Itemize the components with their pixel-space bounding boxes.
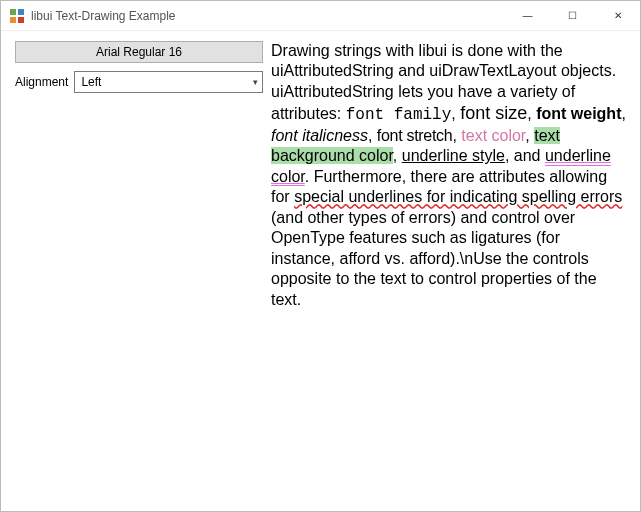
- text-run: ,: [368, 127, 377, 144]
- alignment-value: Left: [81, 75, 101, 89]
- text-area: Drawing strings with libui is done with …: [271, 41, 630, 501]
- attr-underline-style: underline style: [402, 147, 505, 164]
- text-run: , and: [505, 147, 545, 164]
- text-run: ,: [451, 105, 460, 122]
- svg-rect-0: [10, 9, 16, 15]
- titlebar: libui Text-Drawing Example — ☐ ✕: [1, 1, 640, 31]
- svg-rect-2: [10, 17, 16, 23]
- alignment-label: Alignment: [15, 75, 68, 89]
- text-run: ,: [452, 127, 461, 144]
- attr-text-color: text color: [461, 127, 525, 144]
- minimize-button[interactable]: —: [505, 1, 550, 31]
- controls-panel: Arial Regular 16 Alignment Left ▾: [15, 41, 263, 501]
- window-title: libui Text-Drawing Example: [31, 9, 176, 23]
- app-icon: [9, 8, 25, 24]
- text-run: ,: [525, 127, 534, 144]
- text-run: (and other types of errors) and control …: [271, 209, 597, 308]
- text-run: ,: [621, 105, 625, 122]
- attr-font-stretch: font stretch: [377, 127, 453, 144]
- attr-font-weight: font weight: [536, 105, 621, 122]
- alignment-row: Alignment Left ▾: [15, 71, 263, 93]
- close-button[interactable]: ✕: [595, 1, 640, 31]
- svg-rect-3: [18, 17, 24, 23]
- attr-font-family: font family: [346, 106, 452, 124]
- text-run: ,: [393, 147, 402, 164]
- maximize-button[interactable]: ☐: [550, 1, 595, 31]
- content-area: Arial Regular 16 Alignment Left ▾ Drawin…: [1, 31, 640, 511]
- alignment-select[interactable]: Left ▾: [74, 71, 263, 93]
- font-button[interactable]: Arial Regular 16: [15, 41, 263, 63]
- chevron-down-icon: ▾: [253, 77, 258, 87]
- text-run: ,: [527, 105, 536, 122]
- attr-font-italic: font italicness: [271, 127, 368, 144]
- svg-rect-1: [18, 9, 24, 15]
- attr-font-size: font size: [460, 103, 527, 123]
- attr-spelling-underline: special underlines for indicating spelli…: [294, 188, 622, 205]
